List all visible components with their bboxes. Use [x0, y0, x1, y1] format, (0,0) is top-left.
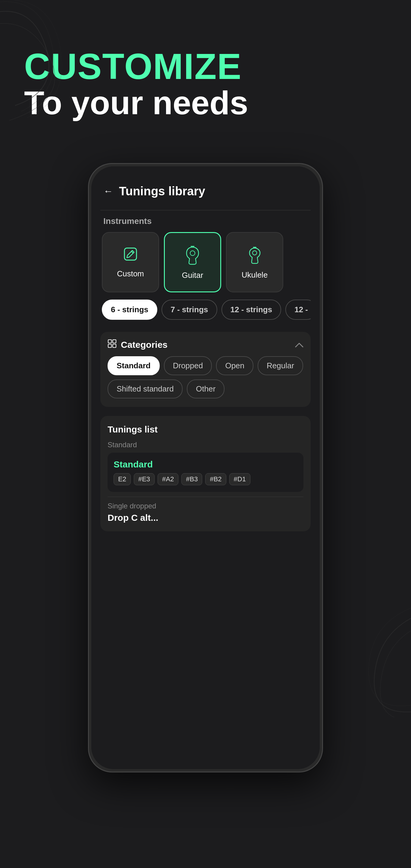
svg-point-8 [253, 251, 257, 255]
note-a2: #A2 [158, 473, 179, 485]
phone-inner-frame: ← Tunings library Instruments [91, 166, 320, 769]
tag-shifted-standard[interactable]: Shifted standard [107, 379, 183, 398]
strings-btn-7[interactable]: 7 - strings [161, 300, 217, 320]
instrument-card-ukulele[interactable]: Ukulele [226, 232, 283, 292]
tuning-category-standard: Standard [107, 441, 304, 449]
bg-decoration-bottomright [321, 597, 411, 717]
instrument-card-guitar[interactable]: Guitar [164, 232, 221, 292]
instruments-row: Custom [100, 232, 311, 292]
tag-dropped[interactable]: Dropped [164, 356, 212, 375]
tuning-category-single-dropped: Single dropped [107, 502, 304, 510]
categories-title: Categories [121, 340, 167, 350]
screen-header: ← Tunings library [100, 179, 311, 207]
page-background: CUSTOMIZE To your needs ← Tunings librar… [0, 0, 411, 868]
tag-open[interactable]: Open [216, 356, 253, 375]
hero-title-white: To your needs [24, 84, 387, 121]
categories-tags: Standard Dropped Open Regular Shifted st… [107, 356, 304, 398]
tunings-section-title: Tunings list [107, 424, 304, 435]
strings-row: 6 - strings 7 - strings 12 - strings 12 … [100, 292, 311, 323]
strings-btn-6[interactable]: 6 - strings [102, 300, 157, 320]
categories-header-left: Categories [107, 339, 167, 350]
svg-rect-15 [108, 340, 112, 343]
svg-rect-18 [113, 344, 116, 347]
strings-btn-12b[interactable]: 12 - [285, 300, 311, 320]
tuning-divider [107, 497, 304, 497]
phone-frame: ← Tunings library Instruments [88, 163, 323, 772]
note-b2: #B2 [205, 473, 226, 485]
svg-rect-0 [124, 248, 136, 260]
svg-point-1 [190, 251, 195, 255]
back-button[interactable]: ← [103, 186, 113, 197]
hero-title-green: CUSTOMIZE [24, 48, 387, 84]
strings-btn-12[interactable]: 12 - strings [221, 300, 281, 320]
note-e3: #E3 [134, 473, 155, 485]
screen-title: Tunings library [119, 184, 205, 198]
phone-outer-frame: ← Tunings library Instruments [88, 163, 323, 772]
tuning-item-standard[interactable]: Standard E2 #E3 #A2 #B3 #B2 #D1 [107, 453, 304, 492]
custom-icon [123, 246, 138, 266]
instruments-label: Instruments [100, 216, 311, 226]
note-e2: E2 [114, 473, 131, 485]
hero-section: CUSTOMIZE To your needs [0, 0, 411, 145]
instrument-card-custom[interactable]: Custom [102, 232, 159, 292]
header-divider [100, 210, 311, 210]
grid-icon [107, 339, 117, 350]
guitar-icon [184, 245, 201, 267]
tag-standard[interactable]: Standard [107, 356, 160, 375]
instrument-label-ukulele: Ukulele [242, 270, 268, 280]
phone-screen: ← Tunings library Instruments [91, 166, 320, 769]
categories-header: Categories [107, 339, 304, 350]
instrument-label-custom: Custom [117, 269, 144, 278]
chevron-up-icon[interactable] [295, 340, 304, 350]
categories-card: Categories Standard Dropped Open [100, 332, 311, 407]
instrument-label-guitar: Guitar [182, 271, 203, 280]
note-b3: #B3 [181, 473, 202, 485]
tuning-name-standard: Standard [114, 459, 297, 470]
note-d1: #D1 [229, 473, 250, 485]
tag-other[interactable]: Other [187, 379, 224, 398]
tag-regular[interactable]: Regular [258, 356, 303, 375]
svg-rect-16 [113, 340, 116, 343]
ukulele-icon [247, 245, 263, 267]
tunings-section: Tunings list Standard Standard E2 #E3 #A… [100, 416, 311, 531]
tuning-notes-standard: E2 #E3 #A2 #B3 #B2 #D1 [114, 473, 297, 485]
tuning-name-drop-alt: Drop C alt... [107, 513, 304, 523]
svg-rect-17 [108, 344, 112, 347]
